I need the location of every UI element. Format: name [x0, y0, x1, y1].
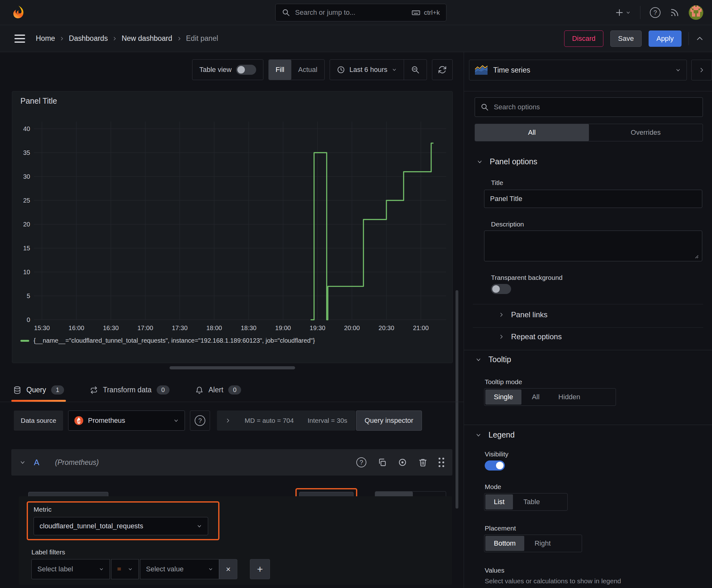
chevron-right-icon [698, 67, 705, 73]
query-options-bar[interactable]: MD = auto = 704 Interval = 30s [217, 411, 355, 430]
breadcrumb-new-dashboard[interactable]: New dashboard [122, 34, 172, 43]
chevron-right-icon [225, 418, 231, 423]
grafana-logo-icon[interactable] [11, 5, 26, 20]
chart-legend[interactable]: {__name__="cloudflared_tunnel_total_requ… [20, 337, 315, 344]
placement-right[interactable]: Right [525, 535, 560, 552]
panel-links-header[interactable]: Panel links [498, 310, 547, 319]
discard-button[interactable]: Discard [564, 30, 603, 47]
breadcrumb-dashboards[interactable]: Dashboards [69, 34, 108, 43]
select-label-dropdown[interactable]: Select label [31, 559, 110, 579]
search-icon [481, 103, 489, 111]
transparent-bg-label: Transparent background [491, 274, 563, 281]
placement-label: Placement [485, 525, 516, 532]
transparent-bg-toggle[interactable] [491, 284, 511, 294]
actual-button[interactable]: Actual [291, 60, 324, 80]
visibility-label: Visibility [485, 450, 508, 458]
time-range-picker[interactable]: Last 6 hours [330, 60, 404, 80]
svg-text:40: 40 [23, 125, 30, 132]
datasource-help-button[interactable]: ? [190, 411, 210, 430]
placement-bottom[interactable]: Bottom [486, 536, 524, 551]
metric-value: cloudflared_tunnel_total_requests [40, 522, 192, 530]
fill-actual-group: Fill Actual [268, 59, 325, 80]
svg-text:35: 35 [23, 149, 30, 156]
tab-alert[interactable]: Alert 0 [193, 378, 243, 402]
refresh-button[interactable] [432, 59, 453, 80]
options-search-input[interactable] [494, 103, 697, 111]
mode-table[interactable]: Table [514, 493, 549, 510]
chart-panel[interactable]: 051015202530354015:3016:0016:3017:0017:3… [12, 91, 453, 363]
panel-toolbar: Table view Fill Actual Last 6 hours [0, 59, 453, 80]
tab-transform[interactable]: Transform data 0 [88, 378, 171, 402]
menu-toggle-icon[interactable] [15, 35, 25, 43]
description-textarea[interactable] [484, 231, 702, 261]
keyboard-icon [411, 9, 421, 16]
query-help-icon[interactable]: ? [356, 457, 366, 467]
apply-button[interactable]: Apply [649, 30, 682, 47]
datasource-picker[interactable]: Prometheus [68, 411, 185, 430]
tooltip-all[interactable]: All [522, 388, 549, 405]
panel-title-input[interactable] [484, 190, 702, 208]
svg-text:15:30: 15:30 [34, 324, 50, 331]
collapse-query-icon[interactable] [19, 459, 26, 465]
legend-visibility-toggle[interactable] [485, 460, 505, 470]
svg-text:30: 30 [23, 173, 30, 180]
panel-options-header[interactable]: Panel options [477, 157, 537, 166]
chevron-down-icon [99, 567, 104, 572]
zoom-out-button[interactable] [404, 60, 427, 80]
question-icon: ? [650, 7, 661, 18]
operator-dropdown[interactable]: = [111, 559, 139, 579]
chevron-right-icon [498, 312, 504, 318]
legend-header[interactable]: Legend [475, 430, 515, 439]
tab-overrides[interactable]: Overrides [589, 124, 703, 141]
mode-list[interactable]: List [486, 495, 513, 509]
select-value-dropdown[interactable]: Select value [140, 559, 219, 579]
chevron-down-icon [128, 567, 133, 572]
svg-text:18:30: 18:30 [241, 324, 257, 331]
collapse-header-icon[interactable] [696, 35, 704, 43]
svg-text:5: 5 [27, 292, 30, 299]
tab-all[interactable]: All [475, 124, 589, 141]
duplicate-query-icon[interactable] [377, 458, 386, 467]
time-range-label: Last 6 hours [349, 66, 387, 74]
chevron-down-icon [208, 567, 213, 572]
pane-resize-handle[interactable] [170, 366, 295, 370]
bell-icon [195, 386, 203, 394]
remove-filter-button[interactable]: × [219, 559, 237, 579]
global-search[interactable]: ctrl+k [275, 4, 447, 21]
repeat-options-header[interactable]: Repeat options [498, 332, 562, 341]
visualization-picker[interactable]: Time series [469, 60, 687, 80]
save-button[interactable]: Save [610, 30, 642, 47]
svg-text:21:00: 21:00 [413, 324, 429, 331]
time-range-group: Last 6 hours [330, 59, 427, 80]
query-row-header[interactable]: A (Prometheus) ? [11, 449, 452, 476]
chevron-down-icon [475, 432, 481, 438]
delete-query-icon[interactable] [418, 458, 427, 467]
question-icon: ? [195, 415, 205, 426]
prometheus-icon [74, 416, 84, 425]
news-button[interactable] [670, 8, 679, 17]
add-filter-button[interactable]: + [250, 559, 270, 579]
new-menu-button[interactable] [615, 8, 631, 17]
table-view-label: Table view [199, 66, 232, 74]
global-search-input[interactable] [295, 8, 406, 17]
tab-query[interactable]: Query 1 [11, 378, 66, 402]
actions-divider [688, 32, 689, 45]
resize-handle-icon[interactable] [694, 254, 699, 259]
table-view-toggle[interactable] [236, 65, 256, 75]
fill-button[interactable]: Fill [269, 60, 291, 80]
query-inspector-button[interactable]: Query inspector [356, 411, 422, 430]
breadcrumb-home[interactable]: Home [36, 34, 55, 43]
hide-response-eye-icon[interactable] [398, 458, 407, 467]
collapse-options-button[interactable] [691, 60, 712, 80]
legend-series-name[interactable]: {__name__="cloudflared_tunnel_total_requ… [34, 337, 315, 344]
database-icon [13, 386, 21, 394]
chevron-down-icon [196, 523, 202, 529]
tooltip-header[interactable]: Tooltip [475, 355, 511, 364]
tooltip-hidden[interactable]: Hidden [549, 388, 590, 405]
options-search[interactable] [475, 97, 703, 117]
help-button[interactable]: ? [650, 7, 661, 18]
user-avatar[interactable] [689, 5, 703, 20]
tooltip-single[interactable]: Single [486, 390, 521, 404]
drag-query-handle[interactable] [438, 458, 444, 467]
metric-select[interactable]: cloudflared_tunnel_total_requests [34, 517, 208, 535]
